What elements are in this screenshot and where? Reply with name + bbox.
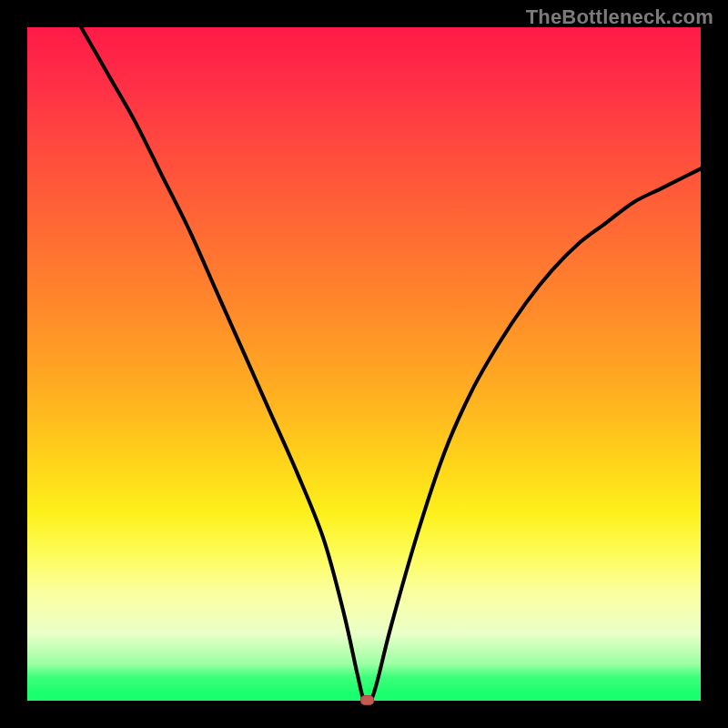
plot-area bbox=[27, 27, 701, 701]
bottleneck-curve bbox=[81, 27, 701, 703]
chart-frame: TheBottleneck.com bbox=[0, 0, 728, 728]
curve-svg bbox=[27, 27, 701, 701]
optimum-marker bbox=[360, 695, 374, 705]
watermark-text: TheBottleneck.com bbox=[526, 5, 713, 29]
